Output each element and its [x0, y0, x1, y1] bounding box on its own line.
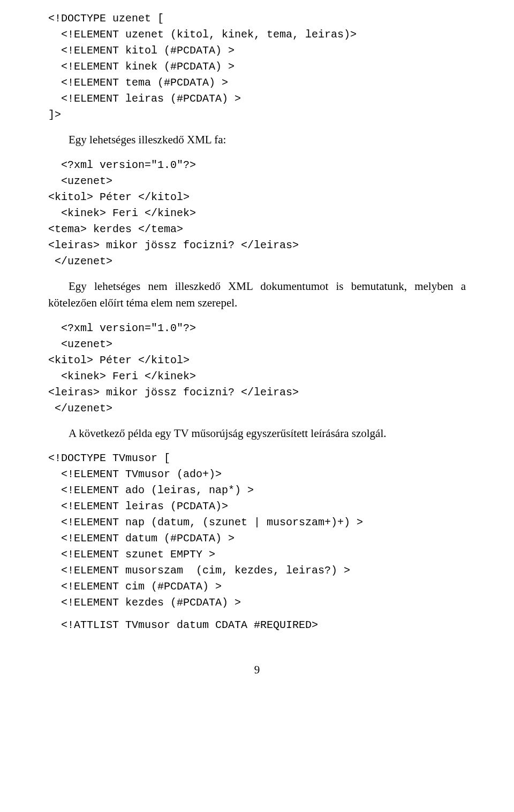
code-block-dtd-tvmusor: <!DOCTYPE TVmusor [ <!ELEMENT TVmusor (a… [48, 450, 466, 611]
code-block-attlist: <!ATTLIST TVmusor datum CDATA #REQUIRED> [48, 617, 466, 633]
code-block-xml-invalid: <?xml version="1.0"?> <uzenet> <kitol> P… [48, 320, 466, 417]
paragraph-intro-tvmusor: A következő példa egy TV műsorújság egys… [48, 425, 466, 442]
paragraph-intro-valid: Egy lehetséges illeszkedő XML fa: [48, 132, 466, 149]
page-number: 9 [48, 663, 466, 677]
code-block-dtd-uzenet: <!DOCTYPE uzenet [ <!ELEMENT uzenet (kit… [48, 11, 466, 123]
paragraph-intro-invalid: Egy lehetséges nem illeszkedő XML dokume… [48, 278, 466, 312]
code-block-xml-valid: <?xml version="1.0"?> <uzenet> <kitol> P… [48, 157, 466, 270]
page-content: <!DOCTYPE uzenet [ <!ELEMENT uzenet (kit… [0, 0, 514, 698]
